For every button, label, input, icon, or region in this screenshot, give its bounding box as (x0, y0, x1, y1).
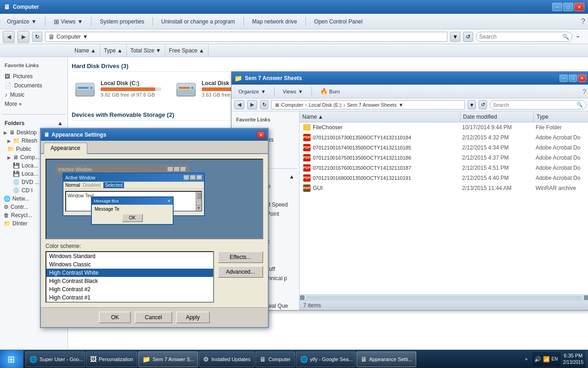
inactive-max-btn: □ (174, 167, 180, 172)
sem7-burn-button[interactable]: 🔥 Burn (316, 86, 344, 97)
views-button[interactable]: ⊞ Views ▼ (50, 16, 87, 28)
file-row-filechooser[interactable]: FileChooser 10/17/2014 9:44 PM File Fold… (300, 122, 588, 132)
sem7-help-icon[interactable]: ? (582, 88, 586, 95)
file-list-header: Name ▲ Date modified Type (300, 111, 588, 122)
refresh-nav-button[interactable]: ↺ (463, 32, 473, 42)
sidebar-item-more[interactable]: More » (2, 99, 66, 109)
start-button[interactable]: ⊞ (0, 350, 23, 368)
sem7-address-path[interactable]: 🖥 Computer › Local Disk (E:) › Sem 7 Ans… (271, 100, 465, 109)
sidebar-item-documents[interactable]: 📄 Documents (2, 81, 66, 90)
sidebar-item-music[interactable]: ♪ Music (2, 90, 66, 99)
drive-c-icon (74, 78, 96, 100)
sem7-maximize[interactable]: □ (569, 75, 577, 82)
taskbar-overflow-button[interactable]: » (522, 351, 531, 368)
file-row-pdf3[interactable]: PDF 0701210016750013500OCTY14132110186 2… (300, 153, 588, 163)
appearance-apply-button[interactable]: Apply (176, 311, 210, 323)
sem7-refresh[interactable]: ↻ (260, 100, 268, 109)
file-row-pdf2[interactable]: PDF 0701210016740013500OCTY14132110185 2… (300, 143, 588, 153)
search-submit-icon (577, 33, 584, 40)
appearance-ok-button[interactable]: OK (99, 311, 131, 323)
sidebar-item-pictures[interactable]: 🖼 Pictures (2, 72, 66, 81)
open-control-panel-button[interactable]: Open Control Panel (310, 16, 367, 28)
taskbar-item-superuser[interactable]: 🌐 Super User - Goo... (25, 351, 85, 367)
uninstall-button[interactable]: Uninstall or change a program (157, 16, 239, 28)
sem7-close[interactable]: ✕ (578, 75, 586, 82)
file-row-pdf1[interactable]: PDF 0701210016730013500OCTY14132110184 2… (300, 132, 588, 143)
tab-appearance[interactable]: Appearance (44, 143, 87, 154)
sem7-search-input[interactable] (493, 102, 577, 108)
appearance-title: 🖥 Appearance Settings (44, 132, 257, 138)
taskbar-item-computer[interactable]: 🖥 Computer (255, 351, 294, 367)
clock[interactable]: 6:35 PM 2/13/2015 (561, 352, 586, 366)
col-header-name[interactable]: Name ▲ (71, 44, 100, 57)
scheme-high-contrast-2[interactable]: High Contrast #2 (46, 285, 213, 293)
appearance-titlebar: 🖥 Appearance Settings ✕ (41, 129, 268, 141)
back-button[interactable]: ◀ (3, 31, 15, 43)
search-input[interactable] (479, 34, 562, 40)
sem7-organize-button[interactable]: Organize ▼ (234, 86, 270, 97)
scheme-high-contrast-white[interactable]: High Contrast White (46, 269, 213, 277)
forward-button[interactable]: ▶ (17, 31, 29, 43)
taskbar-item-appearance[interactable]: 🖥 Appearance Setti... (356, 351, 416, 367)
sem7-nav-refresh[interactable]: ↺ (479, 100, 487, 109)
sem7-back-button[interactable]: ◀ (234, 100, 244, 109)
advanced-button[interactable]: Advanced... (218, 266, 263, 278)
color-scheme-list[interactable]: Windows Standard Windows Classic High Co… (45, 251, 214, 303)
file-col-type[interactable]: Type (534, 111, 588, 122)
effects-button[interactable]: Effects... (218, 251, 263, 263)
col-header-type[interactable]: Type ▲ (100, 44, 127, 57)
file-col-name[interactable]: Name ▲ (300, 111, 460, 122)
folder-title-icon: 📁 (234, 75, 242, 82)
computer-titlebar: 🖥 Computer ─ □ ✕ (0, 0, 588, 14)
system-properties-button[interactable]: System properties (96, 16, 148, 28)
drive-c[interactable]: Local Disk (C:) 9.82 GB free of 97.6 GB (72, 75, 164, 102)
preview-box: Inactive Window _ □ ✕ Active Window _ □ … (45, 159, 263, 239)
show-desktop-button[interactable] (585, 350, 588, 368)
maximize-button[interactable]: □ (563, 3, 573, 11)
preview-scrollbar: ▼ (196, 192, 201, 211)
taskbar-item-yify[interactable]: 🌐 yify - Google Sea... (296, 351, 356, 367)
close-button[interactable]: ✕ (574, 3, 584, 11)
sem7-forward-button[interactable]: ▶ (247, 100, 257, 109)
svg-rect-7 (179, 87, 190, 89)
file-row-gui[interactable]: RAR GUI 2/13/2015 11:44 AM WinRAR archiv… (300, 183, 588, 193)
file-list: FileChooser 10/17/2014 9:44 PM File Fold… (300, 122, 588, 294)
taskbar-item-installed-updates[interactable]: ⚙ Installed Updates (199, 351, 254, 367)
sem7-minimize[interactable]: ─ (560, 75, 568, 82)
organize-button[interactable]: Organize ▼ (3, 16, 41, 28)
taskbar-item-personalization[interactable]: 🖼 Personalization (86, 351, 137, 367)
file-row-pdf4[interactable]: PDF 0701210016760013500OCTY14132110187 2… (300, 163, 588, 173)
pdf-icon-5: PDF (303, 174, 311, 182)
search-button[interactable] (575, 32, 585, 42)
folders-label[interactable]: Folders ▲ (2, 118, 66, 128)
taskbar-item-sem7[interactable]: 📁 Sem 7 Answer S... (138, 351, 198, 367)
sem7-views-button[interactable]: Views ▼ (279, 86, 307, 97)
sem7-history[interactable]: ▼ (468, 100, 476, 109)
msgbox-ok-button[interactable]: OK (122, 213, 143, 222)
address-path[interactable]: 🖥 Computer ▼ (45, 32, 447, 42)
horiz-scroll-left[interactable] (300, 295, 305, 300)
help-icon[interactable]: ? (581, 17, 585, 26)
refresh-button[interactable]: ↻ (32, 32, 42, 42)
scheme-high-contrast-1[interactable]: High Contrast #1 (46, 293, 213, 302)
scheme-high-contrast-black[interactable]: High Contrast Black (46, 277, 213, 285)
minimize-button[interactable]: ─ (552, 3, 562, 11)
appearance-cancel-button[interactable]: Cancel (135, 311, 172, 323)
scheme-windows-classic[interactable]: Windows Classic (46, 260, 213, 269)
horiz-scroll-right[interactable] (584, 295, 588, 300)
horiz-scrollbar[interactable] (300, 294, 588, 300)
search-history-button[interactable]: ▼ (450, 32, 460, 42)
ie-icon: 🌐 (29, 356, 37, 363)
appearance-close-button[interactable]: ✕ (257, 131, 265, 138)
file-col-date[interactable]: Date modified (460, 111, 534, 122)
taskbar-items: 🌐 Super User - Goo... 🖼 Personalization … (23, 350, 522, 368)
col-header-total-size[interactable]: Total Size ▼ (127, 44, 165, 57)
file-row-pdf5[interactable]: PDF 0701210016800013500OCTY14132110191 2… (300, 173, 588, 183)
preview-message-box: Message Box ✕ Message Te OK (91, 196, 174, 225)
col-header-free-space[interactable]: Free Space ▲ (165, 44, 209, 57)
music-icon: ♪ (5, 92, 7, 98)
favorite-links-label: Favorite Links (2, 61, 66, 70)
tray-icon-1: 🔊 (534, 356, 541, 362)
map-network-button[interactable]: Map network drive (248, 16, 301, 28)
scheme-windows-standard[interactable]: Windows Standard (46, 252, 213, 260)
